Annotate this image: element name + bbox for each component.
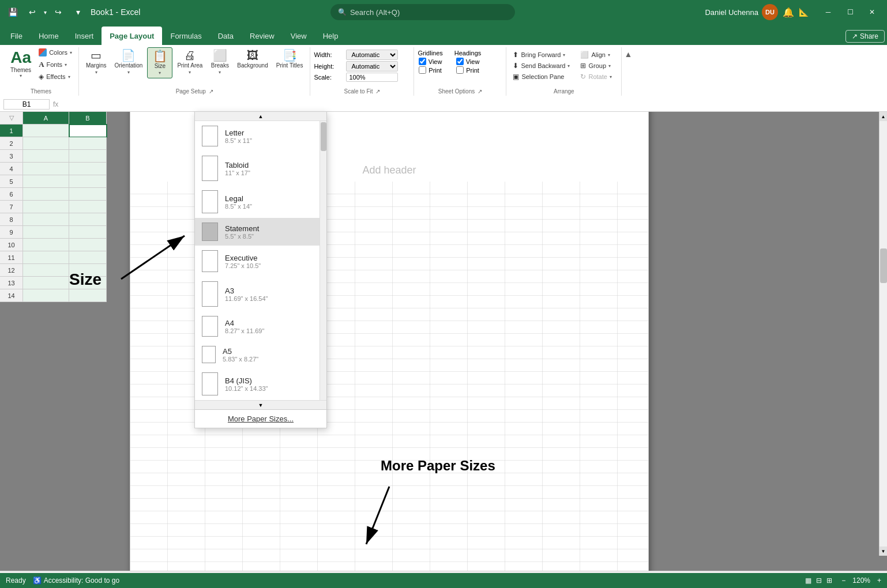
cell-a6[interactable] (23, 188, 69, 201)
redo-icon[interactable]: ↪ (50, 4, 66, 20)
headings-view-checkbox[interactable] (456, 58, 464, 65)
col-header-a[interactable]: A (23, 112, 69, 125)
tab-view[interactable]: View (283, 27, 315, 45)
tab-data[interactable]: Data (210, 27, 242, 45)
cell-a13[interactable] (23, 277, 69, 289)
dropdown-scroll-up[interactable]: ▲ (195, 112, 326, 121)
cell-b8[interactable] (69, 213, 107, 226)
align-button[interactable]: ⬜ Align ▾ (577, 50, 614, 60)
headings-view[interactable]: View (456, 58, 480, 65)
more-sizes-button[interactable]: More Paper Sizes... (195, 409, 326, 428)
tab-file[interactable]: File (2, 27, 31, 45)
size-item-a5[interactable]: A5 5.83" x 8.27" (195, 341, 320, 368)
group-button[interactable]: ⊞ Group ▾ (577, 61, 614, 71)
view-page-layout-icon[interactable]: ⊟ (816, 576, 822, 585)
cell-b6[interactable] (69, 188, 107, 201)
colors-button[interactable]: Colors ▾ (36, 47, 75, 58)
send-backward-button[interactable]: ⬇ Send Backward ▾ (510, 61, 573, 71)
cell-a2[interactable] (23, 137, 69, 150)
row-header-2[interactable]: 2 (0, 137, 23, 150)
margins-button[interactable]: ▭ Margins ▾ (82, 47, 110, 77)
view-normal-icon[interactable]: ▦ (805, 576, 811, 585)
size-item-tabloid[interactable]: Tabloid 11" x 17" (195, 151, 320, 186)
row-header-6[interactable]: 6 (0, 188, 23, 201)
row-header-5[interactable]: 5 (0, 175, 23, 188)
zoom-out-btn[interactable]: − (841, 576, 845, 585)
height-select[interactable]: Automatic 1 page 2 pages (346, 61, 398, 71)
name-box[interactable] (3, 99, 50, 110)
dropdown-scroll-thumb[interactable] (321, 122, 326, 151)
accessibility-status[interactable]: ♿ Accessibility: Good to go (33, 576, 119, 585)
undo-dropdown[interactable]: ▾ (44, 9, 47, 16)
minimize-btn[interactable]: ─ (818, 4, 839, 20)
tab-home[interactable]: Home (31, 27, 67, 45)
size-button[interactable]: 📋 Size ▾ (147, 47, 172, 78)
cell-b13[interactable] (69, 277, 107, 289)
row-header-14[interactable]: 14 (0, 289, 23, 302)
close-btn[interactable]: ✕ (862, 4, 882, 20)
sheet-options-dialog-icon[interactable]: ↗ (478, 88, 482, 95)
ribbon-display-icon[interactable]: 📐 (799, 7, 809, 17)
row-header-8[interactable]: 8 (0, 213, 23, 226)
gridlines-view[interactable]: View (419, 58, 442, 65)
gridlines-print-checkbox[interactable] (419, 66, 426, 74)
cell-a9[interactable] (23, 226, 69, 239)
bring-forward-button[interactable]: ⬆ Bring Forward ▾ (510, 50, 573, 60)
selection-pane-button[interactable]: ▣ Selection Pane (510, 71, 573, 82)
scale-input[interactable] (346, 73, 398, 82)
v-scrollbar[interactable]: ▲ ▼ (879, 112, 887, 556)
row-header-7[interactable]: 7 (0, 201, 23, 213)
row-header-12[interactable]: 12 (0, 264, 23, 277)
customize-qat-icon[interactable]: ▾ (70, 4, 86, 20)
scroll-down-btn[interactable]: ▼ (880, 546, 887, 556)
zoom-in-btn[interactable]: + (877, 576, 881, 585)
undo-icon[interactable]: ↩ (24, 4, 40, 20)
tab-page-layout[interactable]: Page Layout (102, 27, 162, 45)
size-item-executive[interactable]: Executive 7.25" x 10.5" (195, 246, 320, 277)
cell-a11[interactable] (23, 251, 69, 264)
size-item-legal[interactable]: Legal 8.5" x 14" (195, 186, 320, 218)
scroll-up-btn[interactable]: ▲ (880, 112, 887, 121)
cell-a3[interactable] (23, 150, 69, 163)
width-select[interactable]: Automatic 1 page 2 pages (346, 50, 398, 60)
themes-button[interactable]: Aa Themes ▾ (7, 47, 35, 81)
rotate-button[interactable]: ↻ Rotate ▾ (577, 71, 614, 82)
headings-print[interactable]: Print (456, 66, 479, 74)
scroll-thumb-v[interactable] (880, 248, 887, 283)
scale-dialog-icon[interactable]: ↗ (375, 88, 380, 95)
row-header-10[interactable]: 10 (0, 239, 23, 251)
size-item-a4[interactable]: A4 8.27" x 11.69" (195, 311, 320, 341)
print-titles-button[interactable]: 📑 Print Titles (273, 47, 307, 71)
cell-b4[interactable] (69, 163, 107, 175)
tab-review[interactable]: Review (242, 27, 283, 45)
cell-b7[interactable] (69, 201, 107, 213)
row-header-13[interactable]: 13 (0, 277, 23, 289)
notification-icon[interactable]: 🔔 (783, 7, 794, 18)
cell-b10[interactable] (69, 239, 107, 251)
view-page-break-icon[interactable]: ⊞ (826, 576, 832, 585)
dropdown-scrollbar[interactable] (320, 121, 326, 400)
cell-b1[interactable] (69, 125, 107, 137)
formula-input[interactable] (62, 100, 884, 108)
orientation-button[interactable]: 📄 Orientation ▾ (111, 47, 146, 77)
print-area-button[interactable]: 🖨 Print Area ▾ (174, 47, 206, 77)
collapse-ribbon[interactable]: ▲ (622, 47, 632, 96)
row-header-3[interactable]: 3 (0, 150, 23, 163)
cell-a5[interactable] (23, 175, 69, 188)
headings-print-checkbox[interactable] (456, 66, 464, 74)
size-item-letter[interactable]: Letter 8.5" x 11" (195, 121, 320, 151)
row-header-4[interactable]: 4 (0, 163, 23, 175)
cell-b9[interactable] (69, 226, 107, 239)
cell-b14[interactable] (69, 289, 107, 302)
size-item-statement[interactable]: Statement 5.5" x 8.5" (195, 218, 320, 246)
row-header-11[interactable]: 11 (0, 251, 23, 264)
cell-a7[interactable] (23, 201, 69, 213)
tab-formulas[interactable]: Formulas (162, 27, 209, 45)
breaks-button[interactable]: ⬜ Breaks ▾ (207, 47, 232, 77)
cell-a14[interactable] (23, 289, 69, 302)
size-item-a3[interactable]: A3 11.69" x 16.54" (195, 277, 320, 311)
collapse-icon[interactable]: ▲ (624, 50, 632, 59)
gridlines-print[interactable]: Print (419, 66, 442, 74)
cell-a12[interactable] (23, 264, 69, 277)
cell-a4[interactable] (23, 163, 69, 175)
